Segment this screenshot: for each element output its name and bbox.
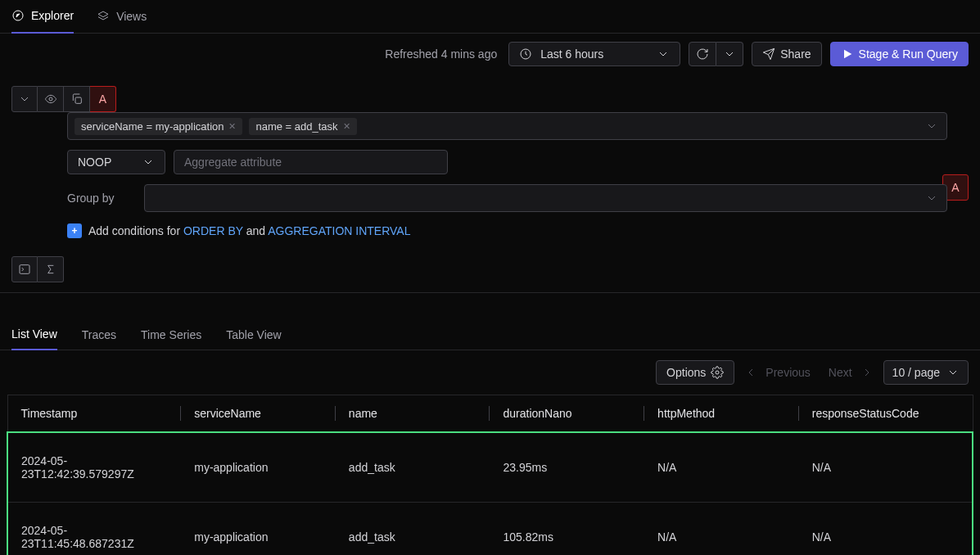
- previous-button[interactable]: Previous: [765, 366, 810, 379]
- toolbar: Refreshed 4 mins ago Last 6 hours Share: [0, 34, 980, 74]
- copy-button[interactable]: [64, 86, 90, 112]
- pagination: Previous Next: [744, 366, 873, 379]
- tab-explorer-label: Explorer: [31, 9, 74, 22]
- chevron-down-icon: [657, 47, 670, 61]
- tab-views-label: Views: [116, 10, 147, 23]
- tab-views[interactable]: Views: [97, 0, 147, 34]
- tab-explorer[interactable]: Explorer: [11, 0, 74, 34]
- conditions-and: and: [243, 224, 268, 237]
- col-httpmethod[interactable]: httpMethod: [644, 395, 799, 433]
- cell-name: add_task: [336, 432, 490, 503]
- col-responsestatuscode[interactable]: responseStatusCode: [799, 395, 973, 433]
- query-letter-badge[interactable]: A: [90, 86, 116, 112]
- table-row[interactable]: 2024-05-23T12:42:39.579297Z my-applicati…: [7, 432, 973, 503]
- groupby-input[interactable]: [144, 184, 947, 212]
- cell-duration: 23.95ms: [490, 432, 644, 503]
- conditions-text: Add conditions for ORDER BY and AGGREGAT…: [88, 224, 410, 237]
- cell-servicename: my-application: [181, 503, 336, 556]
- conditions-prefix: Add conditions for: [88, 224, 183, 237]
- cell-servicename: my-application: [181, 432, 336, 503]
- col-name[interactable]: name: [336, 395, 490, 433]
- chevron-down-icon: [946, 366, 960, 379]
- run-query-button[interactable]: Stage & Run Query: [830, 42, 969, 66]
- tab-list-view[interactable]: List View: [11, 319, 57, 350]
- time-range-select[interactable]: Last 6 hours: [508, 42, 680, 66]
- cell-name: add_task: [336, 503, 490, 556]
- aggregate-placeholder: Aggregate attribute: [184, 156, 282, 169]
- svg-point-10: [716, 371, 719, 374]
- close-icon[interactable]: ✕: [343, 121, 350, 132]
- table-header-row: Timestamp serviceName name durationNano …: [7, 395, 973, 433]
- tab-time-series[interactable]: Time Series: [141, 319, 201, 350]
- refresh-button[interactable]: [689, 42, 716, 66]
- filter-chip-name[interactable]: name = add_task ✕: [249, 118, 356, 135]
- page-size-label: 10 / page: [892, 366, 940, 379]
- formula-button[interactable]: [38, 256, 64, 282]
- chevron-down-icon: [925, 120, 938, 133]
- cell-timestamp: 2024-05-23T11:45:48.687231Z: [7, 503, 181, 556]
- filter-chip-text: serviceName = my-application: [81, 120, 224, 133]
- refreshed-text: Refreshed 4 mins ago: [385, 47, 497, 61]
- chevron-left-icon[interactable]: [744, 366, 757, 379]
- query-body: serviceName = my-application ✕ name = ad…: [0, 112, 980, 250]
- view-tabs: List View Traces Time Series Table View: [0, 319, 980, 350]
- tab-traces[interactable]: Traces: [82, 319, 116, 350]
- close-icon[interactable]: ✕: [228, 121, 236, 132]
- options-button[interactable]: Options: [656, 360, 734, 385]
- tab-table-view[interactable]: Table View: [226, 319, 281, 350]
- visibility-button[interactable]: [38, 86, 64, 112]
- table-controls: Options Previous Next 10 / page: [0, 350, 980, 395]
- agg-interval-link[interactable]: AGGREGATION INTERVAL: [268, 224, 410, 237]
- run-query-label: Stage & Run Query: [859, 47, 958, 61]
- time-range-label: Last 6 hours: [540, 47, 603, 61]
- aggregate-function-select[interactable]: NOOP: [67, 150, 165, 174]
- cell-status: N/A: [799, 503, 973, 556]
- query-footer-controls: [11, 256, 980, 292]
- terminal-icon: [18, 263, 31, 276]
- col-durationnano[interactable]: durationNano: [490, 395, 644, 433]
- layers-icon: [97, 10, 110, 23]
- aggregate-attribute-input[interactable]: Aggregate attribute: [174, 150, 448, 174]
- filter-chip-text: name = add_task: [255, 120, 337, 133]
- chevron-down-icon: [925, 192, 938, 205]
- col-servicename[interactable]: serviceName: [181, 395, 336, 433]
- play-icon: [841, 47, 854, 61]
- plus-icon[interactable]: +: [67, 223, 82, 238]
- svg-marker-6: [844, 50, 851, 59]
- results-table-wrap: Timestamp serviceName name durationNano …: [0, 395, 980, 555]
- svg-point-7: [49, 97, 52, 101]
- cell-timestamp: 2024-05-23T12:42:39.579297Z: [7, 432, 181, 503]
- chevron-down-icon: [142, 156, 155, 169]
- chevron-right-icon[interactable]: [860, 366, 874, 379]
- code-view-button[interactable]: [11, 256, 38, 282]
- query-builder: A A serviceName = my-application ✕ name …: [0, 86, 980, 293]
- collapse-button[interactable]: [11, 86, 38, 112]
- col-timestamp[interactable]: Timestamp: [7, 395, 181, 433]
- cell-httpmethod: N/A: [644, 503, 799, 556]
- groupby-label: Group by: [67, 192, 120, 205]
- query-controls: A: [11, 86, 980, 112]
- orderby-link[interactable]: ORDER BY: [183, 224, 243, 237]
- sigma-icon: [44, 263, 57, 276]
- refresh-menu-button[interactable]: [716, 42, 743, 66]
- cell-httpmethod: N/A: [644, 432, 799, 503]
- results-table: Timestamp serviceName name durationNano …: [7, 395, 973, 555]
- clock-icon: [519, 47, 532, 61]
- filter-chip-servicename[interactable]: serviceName = my-application ✕: [75, 118, 242, 135]
- chevron-down-icon: [18, 92, 31, 106]
- table-row[interactable]: 2024-05-23T11:45:48.687231Z my-applicati…: [7, 503, 973, 556]
- send-icon: [762, 47, 775, 61]
- cell-duration: 105.82ms: [490, 503, 644, 556]
- page-size-select[interactable]: 10 / page: [883, 360, 969, 385]
- aggregate-row: NOOP Aggregate attribute: [67, 150, 947, 174]
- cell-status: N/A: [799, 432, 973, 503]
- share-button[interactable]: Share: [752, 42, 821, 66]
- refresh-button-group: [689, 42, 743, 66]
- svg-marker-1: [16, 14, 20, 17]
- copy-icon: [70, 92, 84, 106]
- next-button[interactable]: Next: [829, 366, 852, 379]
- noop-label: NOOP: [78, 156, 111, 169]
- compass-icon: [11, 9, 25, 22]
- filter-input[interactable]: serviceName = my-application ✕ name = ad…: [67, 112, 947, 140]
- gear-icon: [711, 366, 724, 379]
